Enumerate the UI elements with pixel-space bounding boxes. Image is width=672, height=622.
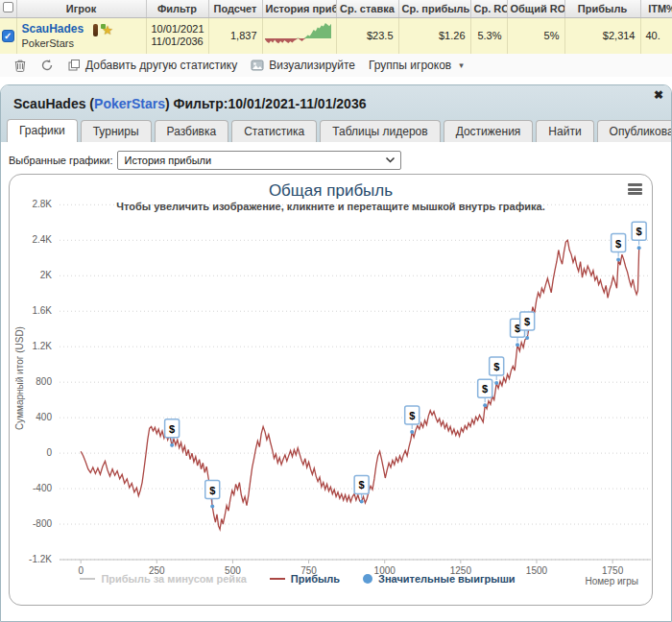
svg-text:$: $: [209, 485, 215, 496]
svg-text:$: $: [636, 226, 642, 237]
app-screen: Игрок Фильтр Подсчет История прибыли Ср.…: [0, 0, 672, 622]
legend-item-profit[interactable]: Прибыль: [270, 573, 340, 585]
player-groups-button[interactable]: Группы игроков ▾: [369, 59, 464, 72]
legend-label-rake: Прибыль за минусом рейка: [101, 573, 246, 585]
image-icon: [251, 59, 264, 72]
svg-text:$: $: [169, 423, 175, 435]
trash-icon: [13, 59, 27, 72]
svg-text:$: $: [359, 479, 365, 490]
filter-cell: 10/01/2021 11/01/2036: [146, 17, 208, 54]
player-name[interactable]: ScauHades: [22, 22, 84, 36]
row-select-cell[interactable]: ✓: [0, 17, 16, 54]
panel-title-player: ScauHades (: [13, 96, 94, 111]
chart-type-select[interactable]: История прибыли: [117, 151, 401, 170]
visualize-button[interactable]: Визуализируйте: [251, 59, 355, 72]
tab-publish[interactable]: Опубликовать: [597, 120, 672, 142]
results-table-wrap: Игрок Фильтр Подсчет История прибыли Ср.…: [0, 0, 672, 54]
panel-title-site[interactable]: PokerStars: [94, 96, 165, 111]
player-panel: ScauHades (PokerStars) Фильтр:10/01/2021…: [0, 84, 672, 622]
profit-history-sparkline[interactable]: [265, 20, 331, 50]
col-player[interactable]: Игрок: [16, 0, 146, 17]
svg-text:2K: 2K: [40, 270, 53, 280]
sparkline-cell[interactable]: [262, 17, 336, 54]
avg-stake-cell: $23.5: [336, 17, 398, 54]
graph-select-label: Выбранные графики:: [9, 155, 112, 166]
panel-title-filter: ) Фильтр:10/01/2021-11/01/2036: [165, 96, 366, 111]
tab-tournaments[interactable]: Турниры: [81, 120, 152, 142]
caret-down-icon: ▾: [459, 60, 464, 70]
results-table: Игрок Фильтр Подсчет История прибыли Ср.…: [0, 0, 672, 54]
col-count[interactable]: Подсчет: [208, 0, 262, 17]
chevron-down-icon: [386, 157, 395, 163]
svg-text:$: $: [524, 316, 530, 327]
avg-roi-cell: 5.3%: [470, 17, 507, 54]
legend-label-wins: Значительные выигрыши: [378, 573, 516, 585]
panel-title: ScauHades (PokerStars) Фильтр:10/01/2021…: [13, 96, 366, 111]
tab-statistics[interactable]: Статистика: [231, 120, 317, 142]
chart-type-selected: История прибыли: [124, 155, 211, 166]
col-avg-profit[interactable]: Ср. прибыль: [398, 0, 470, 17]
select-all-header[interactable]: [0, 0, 16, 17]
legend-dot-swatch: [363, 574, 372, 584]
player-cell[interactable]: ScauHades★ PokerStars: [16, 17, 146, 54]
tab-bar: Графики Турниры Разбивка Статистика Табл…: [7, 119, 672, 142]
col-avg-stake[interactable]: Ср. ставка: [336, 0, 398, 17]
tab-breakdown[interactable]: Разбивка: [155, 120, 229, 142]
delete-button[interactable]: [13, 59, 27, 72]
legend-line-swatch: [80, 578, 95, 580]
svg-text:$: $: [409, 410, 415, 421]
legend-item-wins[interactable]: Значительные выигрыши: [363, 573, 516, 585]
svg-text:1.2K: 1.2K: [32, 341, 52, 351]
filter-to: 11/01/2036: [152, 36, 204, 48]
svg-text:2.4K: 2.4K: [32, 234, 52, 245]
svg-text:$: $: [493, 361, 499, 372]
svg-text:-1.2K: -1.2K: [29, 554, 52, 564]
graph-select-row: Выбранные графики: История прибыли: [9, 150, 401, 171]
player-groups-label: Группы игроков: [369, 59, 451, 72]
table-row[interactable]: ✓ ScauHades★ PokerStars 10/01/2021 11/01…: [0, 17, 672, 54]
svg-text:-400: -400: [33, 483, 52, 493]
player-site: PokerStars: [22, 37, 141, 49]
legend-item-rake[interactable]: Прибыль за минусом рейка: [80, 573, 246, 585]
visualize-label: Визуализируйте: [269, 59, 355, 72]
table-header-row: Игрок Фильтр Подсчет История прибыли Ср.…: [0, 0, 672, 17]
svg-text:$: $: [482, 383, 488, 395]
col-profit[interactable]: Прибыль: [564, 0, 640, 17]
svg-text:$: $: [615, 238, 621, 250]
chart-title: Общая прибыль: [10, 181, 652, 201]
refresh-button[interactable]: [40, 59, 54, 72]
col-profit-history[interactable]: История прибыли: [262, 0, 336, 17]
close-icon[interactable]: ✖: [654, 89, 663, 101]
total-roi-cell: 5%: [507, 17, 564, 54]
row-checkbox[interactable]: ✓: [2, 30, 14, 42]
chart-legend: Прибыль за минусом рейка Прибыль Значите…: [10, 573, 586, 585]
add-stat-label: Добавить другую статистику: [85, 59, 237, 72]
svg-text:Суммарный итог (USD): Суммарный итог (USD): [14, 326, 25, 430]
svg-text:1750: 1750: [602, 565, 624, 576]
col-filter[interactable]: Фильтр: [146, 0, 208, 17]
copy-icon: [67, 59, 81, 72]
profit-chart-svg: 2.8K2.4K2K1.6K1.2K8004000-400-800-1.2K02…: [10, 175, 653, 606]
tab-find[interactable]: Найти: [536, 120, 593, 142]
profit-chart-card[interactable]: 2.8K2.4K2K1.6K1.2K8004000-400-800-1.2K02…: [9, 174, 653, 606]
col-itm[interactable]: ITM%: [640, 0, 672, 17]
svg-text:1.6K: 1.6K: [32, 305, 52, 316]
add-stat-button[interactable]: Добавить другую статистику: [67, 59, 237, 72]
col-avg-roi[interactable]: Ср. ROI: [470, 0, 507, 17]
toolbar: Добавить другую статистику Визуализируйт…: [0, 54, 672, 77]
itm-cell: 40.: [640, 17, 672, 54]
select-all-checkbox[interactable]: [3, 2, 13, 12]
col-total-roi[interactable]: Общий ROI: [507, 0, 564, 17]
chart-menu-icon[interactable]: [628, 183, 642, 195]
chart-subtitle: Чтобы увеличить изображение, кликните и …: [10, 201, 652, 212]
svg-text:0: 0: [46, 447, 52, 458]
count-cell: 1,837: [208, 17, 262, 54]
tab-leaderboards[interactable]: Таблицы лидеров: [320, 120, 440, 142]
tab-achievements[interactable]: Достижения: [444, 120, 534, 142]
tab-graphs[interactable]: Графики: [7, 119, 78, 142]
filter-from: 10/01/2021: [152, 23, 204, 36]
legend-line-swatch: [270, 578, 285, 580]
panel-header: ScauHades (PokerStars) Фильтр:10/01/2021…: [1, 85, 671, 142]
refresh-icon: [40, 59, 54, 72]
svg-text:-800: -800: [33, 518, 52, 529]
